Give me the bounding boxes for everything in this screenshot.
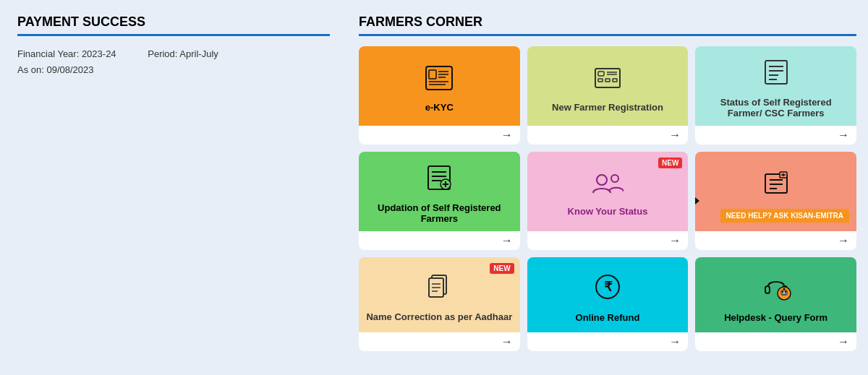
card-name-correction[interactable]: NEW Name Correction as per Aadhaar — [359, 257, 520, 351]
card-new-farmer-label: New Farmer Registration — [552, 102, 663, 113]
card-know-status[interactable]: NEW Know Your Status — [527, 152, 689, 250]
svg-rect-1 — [429, 70, 436, 79]
card-status-self-body: Status of Self Registered Farmer/ CSC Fa… — [695, 46, 856, 126]
card-status-self[interactable]: Status of Self Registered Farmer/ CSC Fa… — [695, 46, 856, 145]
card-ekyc-body: e-KYC — [359, 46, 520, 126]
svg-point-27 — [611, 175, 618, 182]
online-refund-icon: ₹ — [594, 273, 621, 306]
card-name-correction-label: Name Correction as per Aadhaar — [366, 311, 512, 322]
help-button[interactable]: NEED HELP? ASK KISAN-EMITRA — [720, 209, 849, 223]
updation-icon — [427, 165, 451, 197]
new-badge-know-status: NEW — [658, 158, 682, 168]
cards-grid: e-KYC → — [359, 46, 856, 351]
status-self-icon — [764, 59, 788, 91]
helpdesk-icon — [761, 273, 791, 306]
card-status-self-label: Status of Self Registered Farmer/ CSC Fa… — [702, 97, 849, 118]
financial-year-label: Financial Year: 2023-24 — [17, 46, 116, 62]
as-on-label: As on: 09/08/2023 — [17, 62, 94, 78]
period-label: Period: April-July — [148, 46, 218, 62]
svg-point-49 — [783, 288, 785, 290]
card-status-self-footer[interactable]: → — [695, 126, 856, 145]
card-ekyc[interactable]: e-KYC → — [359, 46, 520, 145]
card-updation-body: Updation of Self Registered Farmers — [359, 152, 520, 231]
card-ekyc-label: e-KYC — [425, 102, 454, 113]
card-online-refund[interactable]: ₹ Online Refund → — [527, 257, 689, 351]
card-beneficiary[interactable]: Beneficiary List → NEED HELP? ASK KISAN-… — [695, 152, 856, 250]
name-correction-icon — [426, 274, 452, 306]
card-beneficiary-footer[interactable]: → — [695, 231, 856, 250]
svg-point-46 — [781, 290, 783, 293]
beneficiary-icon — [764, 171, 788, 202]
card-new-farmer[interactable]: New Farmer Registration → — [527, 46, 689, 145]
svg-point-47 — [784, 290, 786, 293]
card-updation[interactable]: Updation of Self Registered Farmers → — [359, 152, 520, 250]
svg-rect-9 — [598, 79, 603, 82]
svg-rect-11 — [613, 79, 617, 82]
card-helpdesk-body: Helpdesk - Query Form — [695, 257, 856, 332]
card-new-farmer-body: New Farmer Registration — [527, 46, 689, 126]
svg-rect-14 — [765, 61, 787, 84]
left-divider — [17, 34, 330, 36]
left-panel: PAYMENT SUCCESS Financial Year: 2023-24 … — [0, 0, 347, 375]
card-helpdesk-label: Helpdesk - Query Form — [724, 312, 827, 323]
right-divider — [359, 34, 856, 36]
card-updation-footer[interactable]: → — [359, 231, 520, 250]
payment-info: Financial Year: 2023-24 Period: April-Ju… — [17, 46, 330, 78]
new-badge-name-correction: NEW — [490, 263, 514, 274]
card-know-status-label: Know Your Status — [568, 206, 648, 217]
farmers-corner-title: FARMERS CORNER — [359, 14, 856, 30]
payment-success-title: PAYMENT SUCCESS — [17, 14, 330, 30]
card-name-correction-footer[interactable]: → — [359, 332, 520, 351]
ekyc-icon — [425, 66, 453, 96]
card-helpdesk-footer[interactable]: → — [695, 332, 856, 351]
card-new-farmer-footer[interactable]: → — [527, 126, 689, 145]
card-online-refund-body: ₹ Online Refund — [527, 257, 689, 332]
svg-rect-10 — [605, 79, 610, 82]
card-updation-label: Updation of Self Registered Farmers — [366, 202, 513, 224]
know-status-icon — [592, 173, 624, 200]
svg-rect-8 — [598, 72, 604, 76]
cards-wrapper: e-KYC → — [359, 46, 856, 351]
pointing-arrow — [695, 188, 699, 214]
svg-text:₹: ₹ — [603, 280, 612, 294]
svg-rect-42 — [765, 286, 770, 293]
new-farmer-icon — [594, 66, 621, 96]
right-panel: FARMERS CORNER — [347, 0, 868, 375]
card-online-refund-label: Online Refund — [576, 312, 640, 323]
svg-point-26 — [597, 175, 607, 185]
card-know-status-footer[interactable]: → — [527, 231, 689, 250]
card-online-refund-footer[interactable]: → — [527, 332, 689, 351]
card-ekyc-footer[interactable]: → — [359, 126, 520, 145]
card-helpdesk[interactable]: Helpdesk - Query Form → — [695, 257, 856, 351]
